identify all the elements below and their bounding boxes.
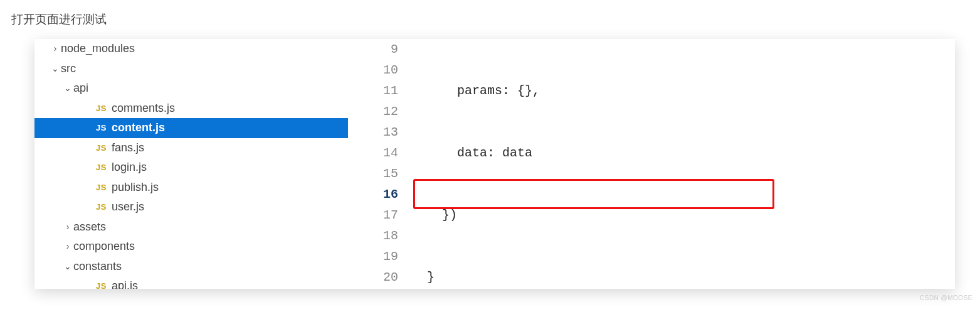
- tree-item-label: login.js: [112, 158, 147, 178]
- tree-item-label: node_modules: [61, 39, 135, 59]
- tree-folder[interactable]: ›node_modules: [34, 39, 348, 59]
- chevron-down-icon[interactable]: ⌄: [62, 78, 73, 99]
- tree-item-label: src: [61, 59, 76, 79]
- tree-item-label: publish.js: [112, 178, 159, 198]
- line-number: 17: [348, 205, 398, 225]
- line-number: 18: [348, 225, 398, 246]
- line-number: 19: [348, 246, 398, 267]
- code-line: data: data: [412, 143, 955, 163]
- watermark: CSDN @MOOSE: [920, 294, 972, 301]
- tree-folder[interactable]: ⌄constants: [34, 257, 348, 277]
- tree-item-label: comments.js: [112, 99, 175, 119]
- line-number: 10: [348, 60, 398, 80]
- js-file-icon: JS: [96, 178, 107, 198]
- tree-item-label: constants: [73, 257, 122, 277]
- chevron-right-icon[interactable]: ›: [50, 39, 61, 59]
- code-area[interactable]: params: {}, data: data }) } export funct…: [412, 39, 955, 289]
- chevron-down-icon[interactable]: ⌄: [62, 257, 73, 277]
- js-file-icon: JS: [96, 276, 107, 289]
- line-number: 20: [348, 267, 398, 288]
- tree-file[interactable]: JScontent.js: [34, 118, 348, 138]
- line-number: 16: [348, 184, 398, 205]
- line-number: 15: [348, 163, 398, 184]
- code-line: }): [412, 205, 955, 225]
- file-explorer[interactable]: ›node_modules⌄src⌄apiJScomments.jsJScont…: [34, 39, 348, 289]
- tree-file[interactable]: JSlogin.js: [34, 158, 348, 178]
- tree-item-label: api: [73, 78, 88, 99]
- chevron-down-icon[interactable]: ⌄: [50, 59, 61, 79]
- tree-item-label: fans.js: [112, 138, 144, 158]
- tree-item-label: api.js: [112, 276, 138, 289]
- tree-file[interactable]: JSfans.js: [34, 138, 348, 158]
- code-editor[interactable]: 91011121314151617181920 params: {}, data…: [348, 39, 955, 289]
- tree-file[interactable]: JSuser.js: [34, 197, 348, 217]
- page-title: 打开页面进行测试: [0, 0, 980, 39]
- tree-folder[interactable]: ⌄src: [34, 59, 348, 79]
- js-file-icon: JS: [96, 197, 107, 217]
- js-file-icon: JS: [96, 99, 107, 119]
- line-number: 13: [348, 122, 398, 143]
- line-number: 14: [348, 143, 398, 163]
- code-line: params: {},: [412, 80, 955, 101]
- tree-file[interactable]: JSpublish.js: [34, 178, 348, 198]
- line-number: 12: [348, 101, 398, 122]
- tree-item-label: content.js: [112, 118, 165, 138]
- tree-item-label: assets: [73, 217, 106, 237]
- code-line: }: [412, 267, 955, 288]
- tree-file[interactable]: JScomments.js: [34, 99, 348, 119]
- tree-file[interactable]: JSapi.js: [34, 276, 348, 289]
- js-file-icon: JS: [96, 118, 107, 138]
- line-number: 11: [348, 80, 398, 101]
- chevron-right-icon[interactable]: ›: [62, 217, 73, 237]
- tree-folder[interactable]: ⌄api: [34, 78, 348, 99]
- tree-item-label: components: [73, 237, 135, 257]
- chevron-right-icon[interactable]: ›: [62, 237, 73, 257]
- line-number-gutter: 91011121314151617181920: [348, 39, 412, 289]
- js-file-icon: JS: [96, 138, 107, 158]
- tree-folder[interactable]: ›components: [34, 237, 348, 257]
- line-number: 9: [348, 39, 398, 60]
- ide-window: CSDN @MOOSE ›node_modules⌄src⌄apiJScomme…: [34, 39, 955, 289]
- tree-folder[interactable]: ›assets: [34, 217, 348, 237]
- js-file-icon: JS: [96, 158, 107, 178]
- tree-item-label: user.js: [112, 197, 144, 217]
